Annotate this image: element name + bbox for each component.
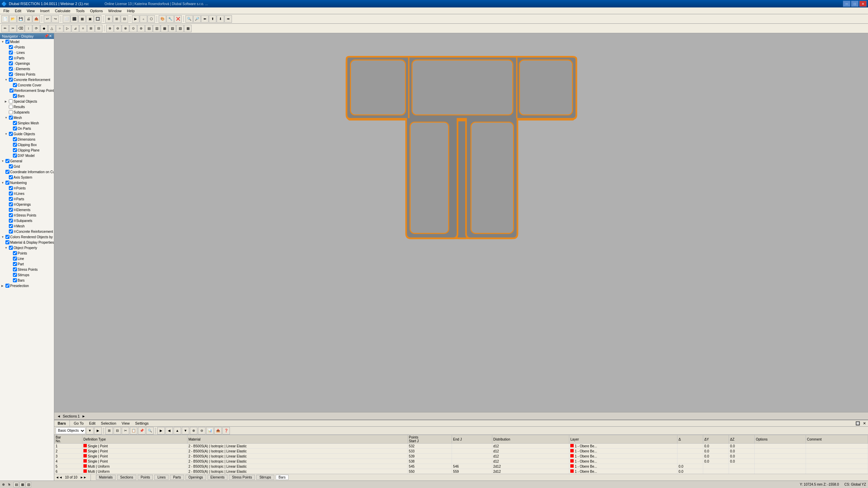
- nav-obj-part[interactable]: Part: [0, 261, 54, 267]
- save-button[interactable]: 💾: [17, 15, 24, 23]
- select-btn-2[interactable]: ⬦: [140, 15, 147, 23]
- nav-dimensions[interactable]: Dimensions: [0, 137, 54, 142]
- mode-btn-5[interactable]: ⊚: [137, 25, 145, 32]
- nav-dxf-model[interactable]: DXF Model: [0, 153, 54, 158]
- nav-num-points[interactable]: ⊞ Points: [0, 185, 54, 191]
- nav-num-mesh[interactable]: ⊞ Mesh: [0, 223, 54, 229]
- btoolbar-btn9[interactable]: ▲: [174, 427, 181, 434]
- nav-tab-points[interactable]: Points: [138, 475, 153, 480]
- nav-controls[interactable]: 📌✕: [44, 34, 52, 38]
- filter-select[interactable]: Basic Objects: [56, 427, 85, 434]
- nav-elements[interactable]: △ Elements: [0, 66, 54, 72]
- btoolbar-btn5[interactable]: 📌: [138, 427, 145, 434]
- navigator-tree[interactable]: ▼Model ● Points — Lines ▦ Parts ○ Openin…: [0, 39, 54, 481]
- menu-file[interactable]: File: [1, 7, 12, 14]
- view-btn-5[interactable]: 🔲: [94, 15, 101, 23]
- nav-obj-points[interactable]: Points: [0, 250, 54, 256]
- mode-btn-4[interactable]: ⊙: [130, 25, 137, 32]
- select-btn-1[interactable]: ▶: [132, 15, 139, 23]
- menu-view[interactable]: View: [24, 7, 38, 14]
- print-button[interactable]: 🖨: [25, 15, 32, 23]
- btoolbar-btn1[interactable]: ⊞: [105, 427, 113, 434]
- draw-btn-12[interactable]: ⊞: [87, 25, 95, 32]
- mode-btn-7[interactable]: ▥: [153, 25, 160, 32]
- btoolbar-btn14[interactable]: 📤: [214, 427, 222, 434]
- viewport[interactable]: ◄ Sections 1 ►: [54, 33, 868, 420]
- nav-obj-bars[interactable]: Bars: [0, 278, 54, 283]
- nav-object-property[interactable]: ▼Object Property: [0, 245, 54, 250]
- nav-parts[interactable]: ▦ Parts: [0, 55, 54, 61]
- nav-openings[interactable]: ○ Openings: [0, 61, 54, 66]
- nav-points[interactable]: ● Points: [0, 44, 54, 50]
- view-btn-3[interactable]: ▦: [78, 15, 86, 23]
- table-row[interactable]: 6 Multi | Uniform 2 - B500S(A) | Isotrop…: [55, 469, 868, 474]
- nav-btn-6[interactable]: ➡: [224, 15, 232, 23]
- close-button[interactable]: ✕: [859, 1, 867, 7]
- table-row[interactable]: 4 Single | Point 2 - B500S(A) | Isotropi…: [55, 459, 868, 464]
- nav-tab-parts[interactable]: Parts: [170, 475, 184, 480]
- minimize-button[interactable]: ─: [843, 1, 850, 7]
- nav-btn-4[interactable]: ⬆: [209, 15, 216, 23]
- mode-btn-11[interactable]: ▩: [184, 25, 192, 32]
- bottom-expand-icon[interactable]: 🔲: [854, 421, 862, 426]
- stat-btn2[interactable]: ▦: [20, 482, 25, 487]
- nav-num-openings[interactable]: ⊞ Openings: [0, 202, 54, 207]
- nav-preselection[interactable]: ▶Preselection: [0, 283, 54, 288]
- nav-tab-stirrups[interactable]: Stirrups: [256, 475, 274, 480]
- snap-btn-1[interactable]: ⊕: [105, 15, 113, 23]
- redo-button[interactable]: ↪: [52, 15, 59, 23]
- draw-btn-8[interactable]: ○: [56, 25, 63, 32]
- maximize-button[interactable]: □: [851, 1, 859, 7]
- nav-tab-elements[interactable]: Elements: [208, 475, 228, 480]
- view-btn-4[interactable]: ▣: [86, 15, 94, 23]
- menu-help[interactable]: Help: [124, 7, 137, 14]
- section-nav-prev[interactable]: ◄: [56, 414, 62, 418]
- snap-btn-2[interactable]: ⊞: [113, 15, 120, 23]
- new-button[interactable]: 📄: [1, 15, 9, 23]
- menu-edit[interactable]: Edit: [12, 7, 24, 14]
- nav-concrete-cover[interactable]: Concrete Cover: [0, 82, 54, 88]
- btoolbar-btn12[interactable]: ⊖: [198, 427, 205, 434]
- mode-btn-8[interactable]: ▦: [161, 25, 168, 32]
- mode-btn-9[interactable]: ▧: [169, 25, 176, 32]
- section-nav-next[interactable]: ►: [80, 414, 87, 418]
- draw-btn-10[interactable]: ⊿: [72, 25, 79, 32]
- stat-btn3[interactable]: ▧: [26, 482, 31, 487]
- render-btn-3[interactable]: ❌: [174, 15, 182, 23]
- menu-calculate[interactable]: Calculate: [52, 7, 73, 14]
- bars-table-wrapper[interactable]: BarNo. Definition Type Material PointsSt…: [54, 435, 868, 474]
- nav-clipping-box[interactable]: Clipping Box: [0, 142, 54, 147]
- nav-tab-bars[interactable]: Bars: [276, 475, 289, 480]
- btoolbar-btn4[interactable]: 📋: [130, 427, 137, 434]
- menu-options[interactable]: Options: [87, 7, 105, 14]
- mode-btn-10[interactable]: ▨: [176, 25, 184, 32]
- menu-window[interactable]: Window: [105, 7, 124, 14]
- nav-btn-2[interactable]: 🔎: [193, 15, 201, 23]
- nav-subpanels[interactable]: Subpanels: [0, 109, 54, 115]
- nav-results[interactable]: Results: [0, 104, 54, 109]
- filter-down-btn[interactable]: ▼: [86, 427, 94, 434]
- mode-btn-2[interactable]: ⊖: [114, 25, 121, 32]
- draw-btn-6[interactable]: ◆: [40, 25, 48, 32]
- nav-simplex-mesh[interactable]: Simplex Mesh: [0, 120, 54, 126]
- nav-general[interactable]: ▼General: [0, 158, 54, 164]
- draw-btn-11[interactable]: ⌗: [79, 25, 87, 32]
- nav-special-objects[interactable]: ▶Special Objects: [0, 99, 54, 104]
- pagination-next[interactable]: ►►: [80, 475, 87, 479]
- nav-btn-1[interactable]: 🔍: [185, 15, 193, 23]
- open-button[interactable]: 📂: [9, 15, 17, 23]
- nav-numbering[interactable]: ▼Numbering: [0, 180, 54, 185]
- bottom-menu-selection[interactable]: Selection: [98, 420, 119, 426]
- btoolbar-btn7[interactable]: ▶: [157, 427, 165, 434]
- btoolbar-btn6[interactable]: 🔍: [146, 427, 154, 434]
- menu-tools[interactable]: Tools: [73, 7, 87, 14]
- bottom-close-icon[interactable]: ✕: [862, 421, 867, 426]
- nav-grid[interactable]: Grid: [0, 164, 54, 169]
- nav-obj-stress[interactable]: Stress Points: [0, 267, 54, 272]
- view-btn-1[interactable]: ⬜: [63, 15, 70, 23]
- table-row[interactable]: 3 Single | Point 2 - B500S(A) | Isotropi…: [55, 454, 868, 459]
- bottom-menu-settings[interactable]: Settings: [133, 420, 152, 426]
- nav-tab-sections[interactable]: Sections: [117, 475, 136, 480]
- draw-btn-2[interactable]: ✂: [9, 25, 17, 32]
- table-row[interactable]: 5 Multi | Uniform 2 - B500S(A) | Isotrop…: [55, 464, 868, 469]
